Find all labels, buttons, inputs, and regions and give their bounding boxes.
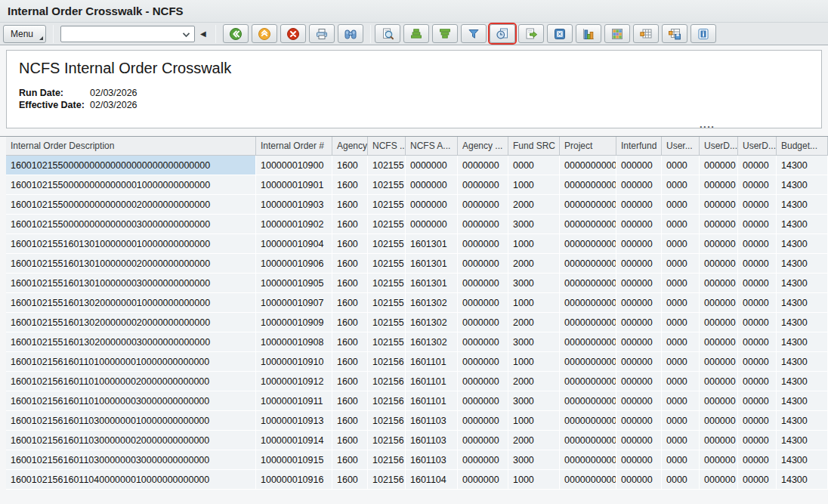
table-cell[interactable]: 0000000 [406, 195, 458, 215]
table-cell[interactable]: 100000010906 [256, 254, 332, 274]
table-cell[interactable]: 1600 [332, 175, 368, 195]
table-cell[interactable]: 3000 [508, 332, 560, 352]
table-cell[interactable]: 1000 [508, 470, 560, 490]
table-cell[interactable]: 102155 [368, 156, 406, 175]
table-cell[interactable]: 14300 [777, 195, 828, 215]
table-cell[interactable]: 000000 [700, 352, 738, 372]
table-cell[interactable]: 100000010914 [256, 431, 332, 450]
table-cell[interactable]: 14300 [777, 352, 828, 372]
table-cell[interactable]: 1600 [332, 234, 368, 254]
table-cell[interactable]: 1600 [332, 156, 368, 175]
table-cell[interactable]: 14300 [777, 215, 828, 234]
set-filter-button[interactable] [461, 24, 487, 43]
table-cell[interactable]: 0000000000 [560, 352, 616, 372]
table-cell[interactable]: 0000000000 [560, 411, 616, 431]
table-cell[interactable]: 102155 [368, 215, 406, 234]
table-cell[interactable]: 0000000 [458, 175, 508, 195]
table-cell[interactable]: 1000 [508, 411, 560, 431]
table-cell[interactable]: 000000 [616, 234, 662, 254]
table-cell[interactable]: 1600 [332, 215, 368, 234]
table-cell[interactable]: 0000000 [458, 254, 508, 274]
cancel-button[interactable] [280, 24, 306, 43]
table-cell[interactable]: 1600 [332, 195, 368, 215]
table-cell[interactable]: 14300 [777, 450, 828, 470]
sort-descending-button[interactable] [432, 24, 458, 43]
table-cell[interactable]: 000000 [700, 175, 738, 195]
table-cell[interactable]: 102156 [368, 391, 406, 411]
table-cell[interactable]: 00000 [738, 332, 777, 352]
table-cell[interactable]: 0000000000 [560, 274, 616, 293]
table-cell[interactable]: 14300 [777, 175, 828, 195]
table-cell[interactable]: 1600 [332, 450, 368, 470]
table-cell[interactable]: 0000000000 [560, 234, 616, 254]
table-cell[interactable]: 000000 [700, 274, 738, 293]
table-cell[interactable]: 1600 [332, 431, 368, 450]
table-cell[interactable]: 1601301 [406, 234, 458, 254]
table-cell[interactable]: 00000 [738, 372, 777, 391]
table-cell[interactable]: 000000 [616, 195, 662, 215]
table-cell[interactable]: 100000010909 [256, 313, 332, 332]
table-cell[interactable]: 0000000 [458, 391, 508, 411]
table-cell[interactable]: 00000 [738, 254, 777, 274]
table-cell[interactable]: 1601103 [406, 411, 458, 431]
table-cell[interactable]: 16001021550000000000000020000000000000 [6, 195, 256, 215]
table-cell[interactable]: 0000000 [458, 332, 508, 352]
table-cell[interactable]: 000000 [700, 254, 738, 274]
table-cell[interactable]: 1601101 [406, 352, 458, 372]
table-cell[interactable]: 0000000 [458, 215, 508, 234]
table-cell[interactable]: 102155 [368, 175, 406, 195]
table-cell[interactable]: 100000010902 [256, 215, 332, 234]
table-cell[interactable]: 00000 [738, 175, 777, 195]
table-cell[interactable]: 1000 [508, 175, 560, 195]
details-button[interactable] [375, 24, 400, 43]
table-cell[interactable]: 1600 [332, 391, 368, 411]
table-cell[interactable]: 0000 [662, 372, 700, 391]
table-cell[interactable]: 000000 [616, 470, 662, 490]
table-cell[interactable]: 000000 [616, 274, 662, 293]
table-cell[interactable]: 000000 [616, 215, 662, 234]
table-cell[interactable]: 100000010905 [256, 274, 332, 293]
table-cell[interactable]: 102155 [368, 332, 406, 352]
table-cell[interactable]: 000000 [700, 470, 738, 490]
table-cell[interactable]: 3000 [508, 274, 560, 293]
table-cell[interactable]: 0000000000 [560, 254, 616, 274]
table-cell[interactable]: 100000010913 [256, 411, 332, 431]
table-cell[interactable]: 0000000000 [560, 215, 616, 234]
sort-ascending-button[interactable] [403, 24, 429, 43]
table-cell[interactable]: 100000010910 [256, 352, 332, 372]
table-cell[interactable]: 16001021551601301000000030000000000000 [6, 274, 256, 293]
export-local-file-button[interactable] [518, 24, 544, 43]
table-cell[interactable]: 000000 [700, 332, 738, 352]
table-cell[interactable]: 16001021561601103000000030000000000000 [6, 450, 256, 470]
table-cell[interactable]: 102156 [368, 450, 406, 470]
table-cell[interactable]: 0000000 [458, 195, 508, 215]
table-cell[interactable]: 1600 [332, 313, 368, 332]
table-cell[interactable]: 16001021561601103000000020000000000000 [6, 431, 256, 450]
table-cell[interactable]: 0000 [662, 332, 700, 352]
table-cell[interactable]: 2000 [508, 254, 560, 274]
table-cell[interactable]: 0000000000 [560, 470, 616, 490]
table-cell[interactable]: 0000000 [458, 352, 508, 372]
table-cell[interactable]: 100000010912 [256, 372, 332, 391]
table-cell[interactable]: 100000010908 [256, 332, 332, 352]
table-cell[interactable]: 1601101 [406, 372, 458, 391]
table-cell[interactable]: 1600 [332, 274, 368, 293]
table-cell[interactable]: 14300 [777, 274, 828, 293]
table-cell[interactable]: 00000 [738, 431, 777, 450]
table-cell[interactable]: 0000000 [406, 156, 458, 175]
column-header[interactable]: Fund SRC [508, 137, 560, 156]
table-cell[interactable]: 14300 [777, 470, 828, 490]
table-cell[interactable]: 0000000 [458, 293, 508, 313]
command-combobox[interactable] [60, 26, 195, 42]
table-cell[interactable]: 1601101 [406, 391, 458, 411]
table-cell[interactable]: 16001021551601301000000010000000000000 [6, 234, 256, 254]
save-layout-button[interactable] [662, 24, 687, 43]
menu-button[interactable]: Menu [3, 25, 46, 43]
table-cell[interactable]: 0000 [662, 274, 700, 293]
table-cell[interactable]: 0000 [662, 313, 700, 332]
table-cell[interactable]: 102155 [368, 234, 406, 254]
table-cell[interactable]: 000000 [616, 332, 662, 352]
table-cell[interactable]: 1000 [508, 352, 560, 372]
table-cell[interactable]: 1000 [508, 293, 560, 313]
table-cell[interactable]: 16001021561601104000000010000000000000 [6, 470, 256, 490]
